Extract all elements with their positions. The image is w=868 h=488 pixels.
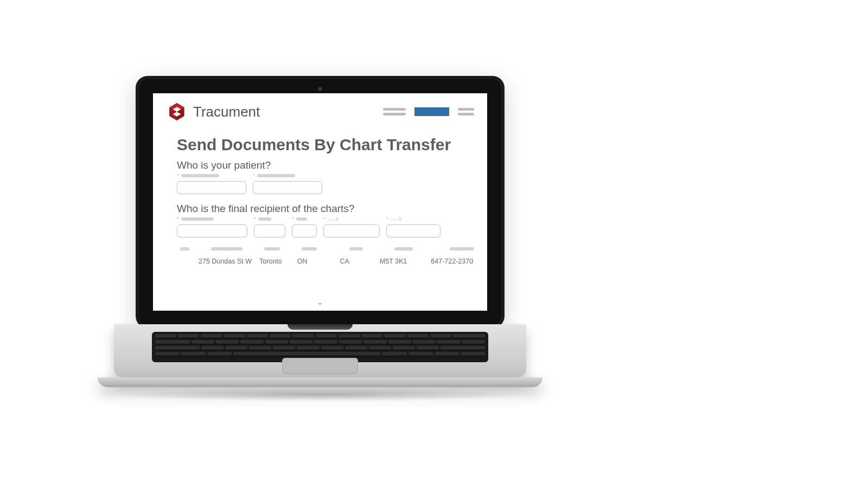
brand-logo-icon — [166, 101, 188, 123]
page-title: Send Documents By Chart Transfer — [177, 136, 474, 154]
address-phone: 647-722-2370 — [431, 258, 473, 265]
patient-fields: * * — [177, 172, 474, 194]
nav-item-active[interactable] — [414, 107, 449, 116]
brand-name: Tracument — [193, 104, 260, 120]
laptop-mockup: Tracument Send Documents By Chart Transf… — [98, 76, 542, 396]
recipient-label-3-icon — [296, 217, 307, 221]
address-province: ON — [297, 258, 308, 265]
nav-item-1[interactable] — [383, 108, 406, 115]
recipient-name-input[interactable] — [177, 224, 247, 237]
brand: Tracument — [166, 101, 260, 123]
patient-last-label-icon — [257, 174, 295, 177]
webcam-icon — [318, 87, 322, 91]
app-window: Tracument Send Documents By Chart Transf… — [153, 93, 487, 311]
section-heading-patient: Who is your patient? — [177, 159, 474, 171]
recipient-label-2-icon — [258, 217, 271, 221]
recipient-phone-1-input[interactable] — [323, 224, 380, 237]
recipient-label-1-icon — [181, 217, 214, 221]
topbar: Tracument — [166, 101, 474, 123]
nav-item-3[interactable] — [458, 108, 474, 115]
recipient-field-3-input[interactable] — [292, 224, 317, 237]
address-postal: M5T 3K1 — [380, 258, 407, 265]
recipient-phone-2-input[interactable] — [386, 224, 441, 237]
patient-first-label-icon — [181, 174, 219, 177]
recipient-field-2-input[interactable] — [254, 224, 285, 237]
address-street: 275 Dundas St W — [199, 258, 252, 265]
section-heading-recipient: Who is the final recipient of the charts… — [177, 203, 474, 215]
patient-first-name-input[interactable] — [177, 181, 246, 194]
patient-last-name-input[interactable] — [253, 181, 322, 194]
chevron-down-icon[interactable]: ⌄ — [317, 298, 323, 306]
address-country: CA — [340, 258, 349, 265]
address-city: Toronto — [259, 258, 282, 265]
trackpad-graphic — [282, 358, 358, 374]
top-nav — [383, 107, 474, 116]
recipient-fields: * * * *— # — [177, 216, 474, 237]
address-block: 275 Dundas St W Toronto ON CA M5T 3K1 64… — [177, 247, 474, 267]
